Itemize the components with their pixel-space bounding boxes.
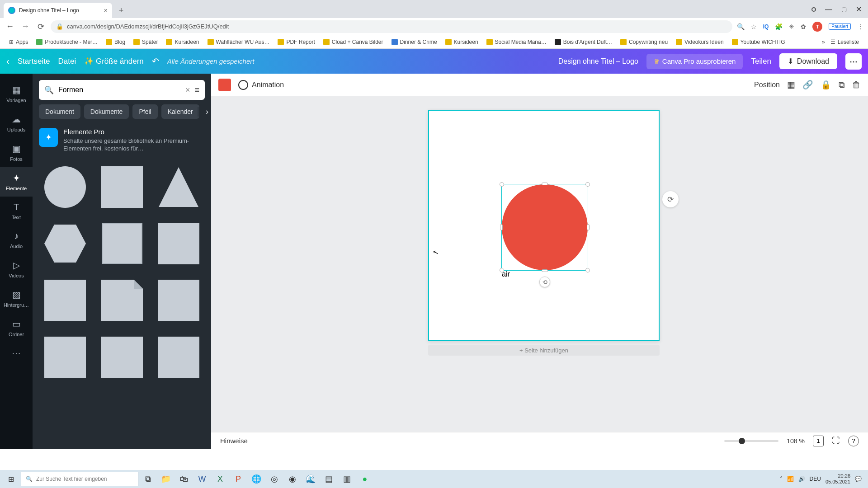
canvas-viewport[interactable]: air ⟲ ⟳ + Seite hinzufügen ↖: [211, 96, 868, 432]
shape-rect2[interactable]: [39, 274, 91, 327]
clock[interactable]: 20:2605.05.2021: [826, 473, 850, 485]
more-menu-button[interactable]: ⋯: [845, 53, 862, 70]
rail-folders[interactable]: ▭Ordner: [0, 313, 33, 343]
iq-icon[interactable]: IQ: [763, 23, 769, 30]
download-button[interactable]: ⬇Download: [779, 53, 837, 69]
app2-icon[interactable]: ▤: [320, 470, 337, 488]
zoom-icon[interactable]: 🔍: [737, 23, 745, 30]
rail-elements[interactable]: ✦Elemente: [0, 167, 33, 197]
star-icon[interactable]: ☆: [751, 23, 757, 30]
rotate-handle[interactable]: ⟲: [539, 277, 550, 287]
share-button[interactable]: Teilen: [751, 57, 771, 66]
account-dot-icon[interactable]: [811, 7, 816, 12]
undo-icon[interactable]: ↶: [152, 56, 159, 66]
app-icon[interactable]: 🌐: [248, 470, 265, 488]
obs-icon[interactable]: ◎: [266, 470, 283, 488]
bookmark-overflow[interactable]: »: [822, 39, 825, 45]
chrome-icon[interactable]: ◉: [284, 470, 301, 488]
word-icon[interactable]: W: [193, 470, 211, 488]
task-view-icon[interactable]: ⧉: [139, 470, 156, 488]
shape-rect[interactable]: [152, 217, 205, 270]
maximize-icon[interactable]: ▢: [841, 6, 847, 13]
lang-indicator[interactable]: DEU: [810, 476, 821, 482]
ext1-icon[interactable]: 🧩: [775, 23, 783, 30]
bookmark-item[interactable]: Videokurs Ideen: [673, 39, 726, 45]
position-button[interactable]: Position: [754, 81, 780, 89]
powerpoint-icon[interactable]: P: [230, 470, 247, 488]
hints-button[interactable]: Hinweise: [220, 437, 248, 445]
selected-shape[interactable]: air ⟲: [501, 184, 588, 271]
bookmark-item[interactable]: Copywriting neu: [618, 39, 670, 45]
new-tab-button[interactable]: +: [115, 4, 127, 17]
notepad-icon[interactable]: ▥: [338, 470, 355, 488]
resize-handle[interactable]: [585, 182, 590, 187]
resize-button[interactable]: ✨ Größe ändern: [84, 56, 144, 66]
ext2-icon[interactable]: ✳: [789, 23, 794, 30]
add-page-button[interactable]: + Seite hinzufügen: [428, 345, 660, 356]
shape-rect6[interactable]: [152, 331, 205, 384]
animation-button[interactable]: Animation: [238, 80, 284, 90]
bookmark-item[interactable]: Kursideen: [443, 39, 481, 45]
transparency-icon[interactable]: ▦: [787, 80, 795, 90]
chip-dokument[interactable]: Dokument: [39, 104, 80, 119]
doc-title[interactable]: Design ohne Titel – Logo: [558, 57, 638, 66]
back-icon[interactable]: ←: [5, 22, 15, 31]
chip-dokumente[interactable]: Dokumente: [84, 104, 129, 119]
resize-handle[interactable]: [500, 224, 503, 230]
bookmark-item[interactable]: Social Media Mana…: [484, 39, 549, 45]
rail-text[interactable]: TText: [0, 197, 33, 225]
profile-avatar[interactable]: T: [812, 22, 822, 32]
bookmark-item[interactable]: Cload + Canva Bilder: [321, 39, 386, 45]
spotify-icon[interactable]: ●: [356, 470, 373, 488]
pause-pill[interactable]: Pausiert: [829, 23, 851, 30]
circle-shape[interactable]: [502, 184, 588, 270]
design-page[interactable]: air ⟲ ⟳: [428, 110, 660, 341]
reload-icon[interactable]: ⟳: [35, 22, 46, 32]
shape-square[interactable]: [96, 161, 148, 213]
fullscreen-icon[interactable]: ⛶: [832, 436, 840, 446]
lock-icon[interactable]: 🔒: [821, 80, 831, 90]
resize-handle[interactable]: [500, 182, 504, 187]
delete-icon[interactable]: 🗑: [852, 80, 861, 90]
rail-videos[interactable]: ▷Videos: [0, 254, 33, 284]
browser-tab[interactable]: Design ohne Titel – Logo ×: [4, 3, 112, 18]
shape-circle[interactable]: [39, 161, 91, 213]
home-back-icon[interactable]: ‹: [6, 56, 9, 66]
zoom-slider[interactable]: [724, 440, 778, 442]
store-icon[interactable]: 🛍: [175, 470, 193, 488]
explorer-icon[interactable]: 📁: [157, 470, 175, 488]
start-button[interactable]: ⊞: [2, 470, 20, 488]
address-bar[interactable]: 🔒 canva.com/design/DAEdomzscjl/drBfjHdCo…: [51, 20, 732, 33]
minimize-icon[interactable]: —: [825, 5, 832, 14]
ext3-icon[interactable]: ✿: [801, 23, 806, 30]
resize-handle[interactable]: [542, 269, 548, 272]
edge-icon[interactable]: 🌊: [302, 470, 319, 488]
duplicate-icon[interactable]: ⧉: [839, 80, 845, 90]
clear-search-icon[interactable]: ×: [185, 85, 190, 95]
chip-scroll-right-icon[interactable]: ›: [197, 107, 208, 117]
home-link[interactable]: Startseite: [18, 57, 50, 66]
shape-square-outline[interactable]: [96, 217, 148, 270]
try-pro-button[interactable]: ♛Canva Pro ausprobieren: [646, 54, 743, 69]
tray-up-icon[interactable]: ˄: [780, 476, 783, 482]
rail-more[interactable]: ⋯: [0, 343, 33, 364]
rail-photos[interactable]: ▣Fotos: [0, 138, 33, 167]
resize-handle[interactable]: [542, 183, 548, 185]
close-tab-icon[interactable]: ×: [104, 7, 108, 14]
rail-background[interactable]: ▨Hintergru…: [0, 284, 33, 313]
search-box[interactable]: 🔍 × ≡: [39, 80, 205, 100]
bookmark-item[interactable]: Später: [131, 39, 160, 45]
bookmark-item[interactable]: Dinner & Crime: [389, 39, 440, 45]
resize-handle[interactable]: [587, 224, 590, 230]
bookmark-item[interactable]: Kursideen: [163, 39, 202, 45]
volume-icon[interactable]: 🔊: [798, 476, 805, 482]
shape-doc-fold[interactable]: [96, 274, 148, 327]
bookmark-item[interactable]: Blog: [103, 39, 128, 45]
page-indicator[interactable]: 1: [813, 436, 824, 446]
shape-rect4[interactable]: [39, 331, 91, 384]
bookmark-item[interactable]: Youtube WICHTIG: [729, 39, 788, 45]
shape-hexagon[interactable]: [39, 217, 91, 270]
menu-icon[interactable]: ⋮: [857, 23, 863, 30]
zoom-percent[interactable]: 108 %: [787, 437, 805, 445]
refresh-fab-icon[interactable]: ⟳: [662, 191, 679, 207]
